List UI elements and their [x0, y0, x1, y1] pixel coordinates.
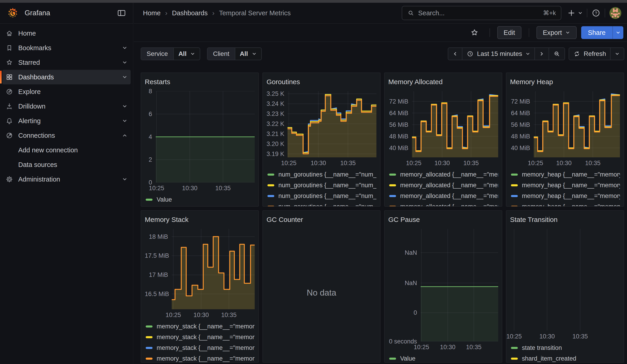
- breadcrumb-separator: ›: [212, 9, 214, 17]
- chart-canvas[interactable]: [412, 91, 498, 157]
- panel-title[interactable]: Memory Allocated: [388, 77, 498, 91]
- legend-item[interactable]: memory_stack {__name__="memory_s: [145, 332, 255, 343]
- refresh-interval-button[interactable]: [610, 48, 624, 60]
- chevron-down-icon[interactable]: [122, 45, 127, 51]
- chart-plot[interactable]: [412, 91, 498, 157]
- x-axis-labels: 10:2510:3010:35: [266, 157, 376, 168]
- legend-item[interactable]: num_goroutines {__name__="num_go: [266, 201, 376, 207]
- legend-item[interactable]: memory_heap {__name__="memory_h: [510, 201, 620, 207]
- share-button[interactable]: Share: [581, 26, 612, 39]
- chart-plot[interactable]: [510, 229, 620, 331]
- star-dashboard-button[interactable]: [470, 28, 479, 37]
- legend-label: memory_stack {__name__="memory_s: [157, 355, 255, 362]
- sidebar-item-data-sources[interactable]: Data sources: [2, 157, 131, 172]
- chart-canvas[interactable]: [534, 91, 620, 157]
- grafana-logo[interactable]: [7, 7, 19, 19]
- legend-item[interactable]: memory_stack {__name__="memory_s: [145, 353, 255, 363]
- panel-title[interactable]: Memory Stack: [145, 214, 255, 229]
- legend-item[interactable]: Value: [145, 194, 255, 205]
- chevron-down-icon[interactable]: [122, 104, 127, 109]
- sidebar-item-home[interactable]: Home: [2, 26, 131, 41]
- legend-item[interactable]: num_goroutines {__name__="num_go: [266, 191, 376, 201]
- legend-item[interactable]: shard_item_created: [510, 353, 620, 363]
- time-controls: Last 15 minutes Refresh: [448, 48, 624, 60]
- user-avatar[interactable]: [609, 7, 622, 19]
- legend-item[interactable]: memory_heap {__name__="memory_h: [510, 191, 620, 201]
- sidebar-item-drilldown[interactable]: Drilldown: [2, 99, 131, 113]
- panel-title[interactable]: GC Counter: [266, 214, 376, 229]
- legend-item[interactable]: memory_stack {__name__="memory_s: [145, 343, 255, 353]
- x-axis-tick: 10:30: [539, 333, 555, 340]
- breadcrumb-separator: ›: [165, 9, 167, 17]
- chart-plot[interactable]: [288, 91, 376, 157]
- x-axis-labels: 10:2510:3010:35: [145, 182, 255, 193]
- chart-plot[interactable]: [421, 229, 498, 341]
- chart-canvas[interactable]: [510, 229, 620, 331]
- legend-label: memory_heap {__name__="memory_h: [522, 171, 620, 178]
- chart-canvas[interactable]: [156, 91, 255, 182]
- sidebar-item-administration[interactable]: Administration: [2, 172, 131, 187]
- mega-menu-toggle-icon[interactable]: [117, 8, 126, 18]
- panel-title[interactable]: Memory Heap: [510, 77, 620, 91]
- chevron-down-icon[interactable]: [122, 177, 127, 182]
- legend-item[interactable]: Value: [388, 353, 498, 363]
- help-button[interactable]: ?: [591, 8, 601, 18]
- chevron-down-icon[interactable]: [122, 74, 127, 80]
- legend-label: Value: [400, 355, 416, 362]
- chevron-down-icon[interactable]: [122, 118, 127, 124]
- panel-title[interactable]: GC Pause: [388, 214, 498, 229]
- x-axis-tick: 10:25: [281, 160, 297, 167]
- sidebar-item-connections[interactable]: Connections: [2, 128, 131, 143]
- legend-item[interactable]: memory_heap {__name__="memory_h: [510, 169, 620, 180]
- chevron-up-icon[interactable]: [122, 133, 127, 138]
- legend-item[interactable]: num_goroutines {__name__="num_go: [266, 169, 376, 180]
- chart-canvas[interactable]: [288, 91, 376, 157]
- sidebar-item-alerting[interactable]: Alerting: [2, 113, 131, 128]
- legend-item[interactable]: memory_allocated {__name__="memo: [388, 169, 498, 180]
- new-button[interactable]: [567, 9, 583, 17]
- y-axis-labels: 40 MiB48 MiB56 MiB64 MiB72 MiB: [388, 91, 412, 157]
- chevron-down-icon: [616, 30, 621, 35]
- export-button[interactable]: Export: [536, 26, 576, 39]
- time-shift-back-button[interactable]: [448, 48, 462, 60]
- legend-item[interactable]: memory_allocated {__name__="memo: [388, 180, 498, 191]
- legend-item[interactable]: memory_allocated {__name__="memo: [388, 201, 498, 207]
- share-menu-button[interactable]: [612, 26, 623, 39]
- service-filter-select[interactable]: All: [173, 48, 200, 60]
- legend-item[interactable]: memory_stack {__name__="memory_s: [145, 321, 255, 332]
- time-shift-forward-button[interactable]: [534, 48, 549, 60]
- panel-title[interactable]: Goroutines: [266, 77, 376, 91]
- connections-icon: [5, 132, 18, 139]
- zoom-out-button[interactable]: [549, 48, 565, 60]
- search-input[interactable]: Search... ⌘+k: [402, 6, 561, 20]
- sidebar-item-dashboards[interactable]: Dashboards: [2, 70, 131, 84]
- legend-swatch: [389, 358, 396, 360]
- breadcrumb-home[interactable]: Home: [143, 9, 160, 17]
- sidebar-item-starred[interactable]: Starred: [2, 55, 131, 70]
- breadcrumb-dashboards[interactable]: Dashboards: [172, 9, 208, 17]
- x-axis-tick: 10:35: [463, 160, 479, 167]
- chart-canvas[interactable]: [421, 229, 498, 341]
- chart-canvas[interactable]: [172, 229, 255, 309]
- chart-plot[interactable]: [156, 91, 255, 182]
- legend-item[interactable]: state transition: [510, 343, 620, 353]
- legend-item[interactable]: memory_heap {__name__="memory_h: [510, 180, 620, 191]
- legend-label: memory_allocated {__name__="memo: [400, 203, 498, 207]
- edit-button[interactable]: Edit: [497, 26, 522, 39]
- legend-item[interactable]: memory_allocated {__name__="memo: [388, 191, 498, 201]
- sidebar-item-explore[interactable]: Explore: [2, 84, 131, 99]
- panel-state-transition: State Transition 10:2510:3010:35 state t…: [506, 210, 624, 363]
- chart-plot[interactable]: [172, 229, 255, 309]
- chevron-down-icon[interactable]: [122, 60, 127, 65]
- time-range-picker[interactable]: Last 15 minutes: [462, 48, 534, 60]
- svg-text:?: ?: [595, 11, 597, 15]
- sidebar-item-add-new-connection[interactable]: Add new connection: [2, 143, 131, 157]
- sidebar-item-bookmarks[interactable]: Bookmarks: [2, 41, 131, 55]
- legend-item[interactable]: num_goroutines {__name__="num_go: [266, 180, 376, 191]
- y-axis-tick: 17 MiB: [145, 271, 168, 278]
- chart-plot[interactable]: [534, 91, 620, 157]
- client-filter-select[interactable]: All: [235, 48, 261, 60]
- panel-title[interactable]: State Transition: [510, 214, 620, 229]
- refresh-button[interactable]: Refresh: [569, 48, 610, 60]
- panel-title[interactable]: Restarts: [145, 77, 255, 91]
